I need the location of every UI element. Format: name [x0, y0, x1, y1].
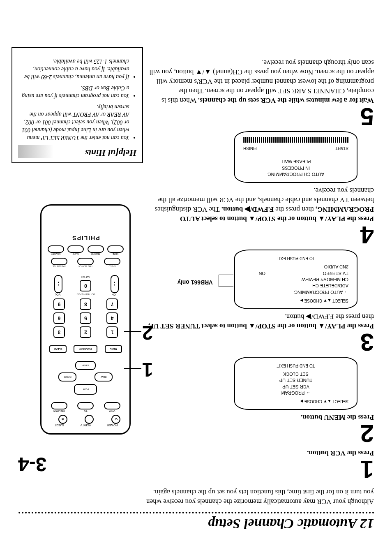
- slow-button: [67, 245, 84, 253]
- remote-label-vcr: VCR: [104, 409, 120, 412]
- vol-rocker-icon: ▴▾: [54, 275, 62, 293]
- key-4: 4: [106, 312, 118, 324]
- step-5-number: 5: [148, 106, 374, 126]
- menu-button: MENU: [105, 345, 122, 353]
- key-8: 8: [80, 298, 91, 310]
- menu-item-program: → PROGRAM: [243, 390, 348, 396]
- remote-label-tv: TV: [77, 409, 94, 412]
- step-3-number: 3: [148, 332, 374, 352]
- step-2-number: 2: [148, 423, 374, 443]
- prog-l3: PLEASE WAIT: [243, 158, 348, 164]
- key-6: 6: [53, 312, 65, 324]
- remote-label-pause: PAUSE/STILL: [53, 265, 65, 268]
- callout-2: 2: [142, 321, 153, 344]
- cblbss-mode-button: [51, 402, 67, 409]
- progress-bar-icon: [243, 137, 348, 143]
- prog-l2: IN PROCESS: [243, 164, 348, 171]
- menu-header: SELECT ▲▼ CHOOSE ▶: [243, 398, 348, 404]
- record-button: [88, 245, 104, 253]
- step-1-text: Press the VCR button.: [307, 449, 374, 457]
- key-2: 2: [80, 326, 91, 338]
- menu-item-setclock: SET CLOCK: [243, 371, 348, 377]
- remote-label-vcrplus: VCR Plus+/REPEAT: [76, 293, 95, 296]
- remote-label-speed: SPEED: [109, 265, 116, 268]
- callout-3-4: 3-4: [18, 453, 46, 476]
- status-exit-button: STATUS/EXIT: [74, 345, 97, 353]
- key-3: 3: [53, 326, 65, 338]
- bracket-icon: [219, 275, 233, 287]
- clear-button: CLEAR: [49, 345, 67, 353]
- vcr-mode-button: [104, 402, 120, 409]
- remote-column: 3-4 1 2 POWER⏻ VCR/TV EJECT⏏ VCR TV CBL/…: [18, 55, 139, 484]
- divider-dots: [18, 512, 374, 513]
- ffwd-button: F.FWD: [58, 372, 76, 382]
- menu-item-tunersetup: TUNER SET UP: [243, 377, 348, 383]
- tuner-footer: TO END PUSH EXIT: [243, 255, 348, 261]
- hint-3: If you have an antenna, channels 2-69 wi…: [18, 57, 129, 81]
- onscreen-progress: AUTO CH PROGRAMMING IN PROCESS PLEASE WA…: [234, 131, 357, 183]
- remote-label-cblbss: CBL/BSS: [51, 409, 67, 412]
- step-3-lead: Press the PLAY/▲ button or the STOP/▲ bu…: [148, 322, 374, 330]
- page-title: 12 Automatic Channel Setup: [18, 516, 374, 532]
- mute-button: [107, 245, 124, 253]
- prog-l1: AUTO CH PROGRAMMING: [243, 171, 348, 177]
- step-1-number: 1: [148, 459, 374, 479]
- onscreen-menu-tuner: SELECT ▲▼ CHOOSE ▶ → AUTO PROGRAMMING AD…: [234, 250, 357, 309]
- onscreen-menu-main: SELECT ▲▼ CHOOSE ▶ → PROGRAM VCR SET UP …: [234, 357, 357, 410]
- remote-label-timesearch: TIME SEARCH: [78, 265, 92, 268]
- steps-column: 1 Press the VCR button. 2 Press the MENU…: [139, 55, 374, 484]
- tuner-item-2ndaudio: 2ND AUDIO: [243, 264, 348, 270]
- tuner-item-review: CH MEMORY REVIEW: [243, 276, 348, 282]
- tuner-stereo-on: ON: [243, 270, 268, 276]
- memory-button: [48, 245, 64, 253]
- remote-label-power: POWER: [104, 424, 120, 427]
- remote-label-eject: EJECT: [51, 424, 67, 427]
- remote-label-mute: MUTE: [113, 253, 118, 255]
- step-4-bold2: F.FWD/▶ button.: [221, 206, 274, 213]
- hint-2: You can not program channels if you are …: [18, 84, 129, 99]
- hint-1: You can not enter the TUNER SET UP menu …: [18, 103, 129, 141]
- step-4-number: 4: [148, 225, 374, 245]
- hints-title: Helpful Hints: [18, 145, 136, 158]
- remote-brand: PHILIPS: [46, 235, 125, 241]
- eject-button-icon: ⏏: [58, 415, 67, 424]
- key-9: 9: [53, 298, 65, 310]
- remote-control-illustration: POWER⏻ VCR/TV EJECT⏏ VCR TV CBL/BSS PLAY…: [40, 204, 131, 435]
- step-2-text: Press the MENU button.: [301, 414, 374, 421]
- timesearch-button: [77, 258, 94, 265]
- ch-rocker-icon: ▴▾: [111, 275, 119, 293]
- speed-button: [104, 258, 120, 265]
- key-5: 5: [80, 312, 91, 324]
- menu-item-vcrsetup: VCR SET UP: [243, 383, 348, 389]
- remote-label-record: RECORD: [91, 253, 100, 255]
- step-5-lead: Wait for a few minutes while the VCR set…: [198, 97, 374, 104]
- remote-label-memory: MEMORY: [51, 253, 60, 255]
- step-3-tail: then press the F.FWD/▶ button.: [284, 313, 374, 321]
- key-7: 7: [106, 298, 118, 310]
- helpful-hints-box: Helpful Hints You can not enter the TUNE…: [12, 47, 143, 163]
- tuner-item-auto: → AUTO PROGRAMMING: [243, 289, 348, 295]
- callout-1: 1: [142, 358, 153, 381]
- key-1: 1: [106, 326, 118, 338]
- rew-button: REW: [95, 372, 113, 382]
- key-0: 0: [80, 280, 91, 291]
- step-4-mid: then press the: [274, 206, 316, 213]
- power-button-icon: ⏻: [111, 415, 120, 424]
- intro-paragraph: Although your VCR may automatically memo…: [139, 487, 374, 506]
- prog-start: START: [335, 145, 348, 151]
- tv-mode-button: [77, 402, 94, 409]
- remote-label-vol: VOL: [53, 293, 62, 296]
- pause-button: [51, 258, 67, 265]
- remote-label-altch: ALT CH: [81, 276, 90, 278]
- menu-footer: TO END PUSH EXIT: [243, 363, 348, 368]
- vcrtv-button-icon: [85, 415, 94, 424]
- prog-finish: FINISH: [243, 145, 257, 151]
- remote-label-vcrtv: VCR/TV: [77, 424, 94, 427]
- tuner-header: SELECT ▲▼ CHOOSE ▶: [243, 298, 348, 303]
- remote-label-slow: SLOW: [73, 253, 79, 255]
- model-note-vrb661: VRB661 only: [178, 278, 213, 286]
- stop-button: STOP: [75, 361, 96, 370]
- tuner-item-adddelete: ADD/DELETE CH: [243, 282, 348, 289]
- play-button: PLAY: [74, 384, 97, 395]
- tuner-item-stereo: TV STEREO: [268, 270, 348, 276]
